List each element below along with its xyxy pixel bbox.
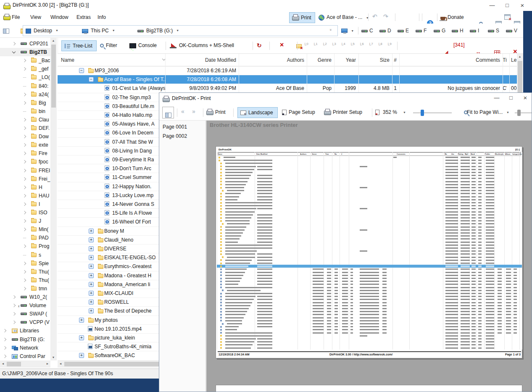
minimize-button[interactable]: — xyxy=(485,0,500,11)
column-header-title[interactable]: Title xyxy=(503,54,507,66)
fit-mode-value[interactable]: Fit to Page Wi... xyxy=(467,109,503,115)
page-list: Page 0001Page 0002 xyxy=(159,121,206,392)
profile-dropdown[interactable]: Ace of Base - ... ▼ xyxy=(319,12,366,23)
tree-depth-7[interactable]: └7 xyxy=(366,42,375,47)
print-button[interactable]: Print xyxy=(206,107,226,118)
close-all-windows-icon[interactable] xyxy=(504,14,511,20)
mini-text-bar xyxy=(445,214,458,216)
tree-item-big2tb[interactable]: Big2TB xyxy=(0,48,50,56)
drive-button-s[interactable]: S xyxy=(488,26,499,36)
page-thumb-1[interactable]: Page 0001 xyxy=(163,123,187,131)
fit-slider-thumb[interactable] xyxy=(517,110,521,116)
print-close-button[interactable]: × xyxy=(519,92,532,103)
breadcrumb-desktop[interactable]: Desktop▼ xyxy=(26,26,58,36)
table-row[interactable]: MP3_20067/28/2018 6:26:19 AM xyxy=(58,66,517,75)
drive-button-e[interactable]: E xyxy=(398,26,409,36)
close-button[interactable]: × xyxy=(515,0,530,11)
drive-button-g[interactable]: G xyxy=(434,26,445,36)
maximize-button[interactable]: □ xyxy=(500,0,515,11)
fit-chevron-icon[interactable]: ▼ xyxy=(506,111,509,114)
tree-depth-8[interactable]: └8 xyxy=(376,42,384,47)
menu-window[interactable]: Window xyxy=(50,11,69,24)
forward-history-icon[interactable]: ↷ xyxy=(383,13,388,20)
landscape-button[interactable]: Landscape xyxy=(237,107,278,118)
menu-file[interactable]: File xyxy=(11,11,21,24)
tree-depth-3[interactable]: └3 xyxy=(329,42,338,47)
menu-view[interactable]: View xyxy=(29,11,42,24)
mini-text-bar xyxy=(478,278,482,279)
back-history-icon[interactable]: ↶ xyxy=(372,13,377,20)
computer-dropdown[interactable]: ▼ xyxy=(341,25,354,36)
mini-text-bar xyxy=(445,299,458,300)
drive-button-c[interactable]: C xyxy=(361,26,373,36)
refresh-icon[interactable] xyxy=(257,42,262,48)
breadcrumb-big2tb-g-[interactable]: Big2TB (G:)▼ xyxy=(137,26,179,36)
print-dialog-titlebar[interactable]: DirPrintOK - Print — □ × xyxy=(159,93,532,105)
print-minimize-button[interactable]: — xyxy=(490,92,503,103)
zoom-value[interactable]: 352 % xyxy=(383,109,397,115)
breadcrumb-this-pc[interactable]: This PC▼ xyxy=(82,26,115,36)
tree-hscrollbar[interactable]: ◄ ► xyxy=(0,360,50,368)
drive-button-f[interactable]: F xyxy=(416,26,427,36)
zoom-slider[interactable] xyxy=(413,112,452,113)
menu-extras[interactable]: Extras xyxy=(76,11,92,24)
column-header-name[interactable]: Name xyxy=(61,54,163,66)
printer-setup-button[interactable]: Printer Setup xyxy=(324,107,362,118)
column-header-size[interactable]: Size xyxy=(358,54,390,66)
tree-depth-5[interactable]: └5 xyxy=(348,42,356,47)
tree-depth-6[interactable]: └6 xyxy=(357,42,366,47)
mini-track-icon xyxy=(220,332,222,334)
next-page-icon[interactable]: » xyxy=(192,108,195,115)
tree-list-button[interactable]: Tree-List xyxy=(61,40,97,51)
tree-depth-4[interactable]: └4 xyxy=(339,42,347,47)
column-header-genre[interactable]: Genre xyxy=(307,54,332,66)
mini-text-bar xyxy=(382,317,387,318)
drive-button-i[interactable]: I xyxy=(470,26,479,36)
mini-folder-icon xyxy=(220,211,222,213)
ok-columns-button[interactable]: OK-Columns + MS-Shell xyxy=(170,40,234,51)
column-header-year[interactable]: Year xyxy=(334,54,356,66)
column-header-date-modified[interactable]: Date Modified xyxy=(165,54,236,66)
mini-text-bar xyxy=(225,169,254,170)
mini-text-bar xyxy=(471,281,476,282)
clear-icon[interactable] xyxy=(280,42,284,48)
filter-button[interactable]: Filter xyxy=(100,40,117,51)
donate-button[interactable]: Donate xyxy=(440,12,464,23)
fit-slider[interactable] xyxy=(515,112,532,113)
preview-panes-button[interactable] xyxy=(162,107,174,118)
drive-button-d[interactable]: D xyxy=(379,26,391,36)
table-row[interactable]: 01-C'est La Vie (Always ...9/8/2003 9:49… xyxy=(58,84,517,93)
drive-button-h[interactable]: H xyxy=(452,26,464,36)
console-button[interactable]: Console xyxy=(129,40,157,51)
mini-track-icon xyxy=(220,271,222,273)
main-titlebar[interactable]: DirPrintOK 3.00 [2] - [Big2TB (G:)] — □ … xyxy=(0,0,532,11)
tree-depth-2[interactable]: └2 xyxy=(320,42,329,47)
previous-page-icon[interactable]: « xyxy=(181,108,184,115)
page-setup-button[interactable]: Page Setup xyxy=(282,107,315,118)
mini-row xyxy=(217,298,522,301)
print-maximize-button[interactable]: □ xyxy=(505,92,517,103)
breadcrumb-overflow-icon[interactable]: » xyxy=(329,29,333,31)
tree-depth-0[interactable]: └0 xyxy=(302,42,310,47)
zoom-chevron-icon[interactable]: ▼ xyxy=(403,111,406,114)
tree-item--bac[interactable]: _Bac xyxy=(0,56,50,65)
folder-icon xyxy=(98,309,103,313)
column-header--[interactable]: # xyxy=(392,54,397,66)
quick-print-button[interactable]: Print xyxy=(289,12,315,23)
column-header-le[interactable]: Le xyxy=(511,54,517,66)
menu-info[interactable]: Info xyxy=(97,11,107,24)
column-header-comments[interactable]: Comments xyxy=(399,54,500,66)
column-header-authors[interactable]: Authors xyxy=(239,54,304,66)
tree-depth-1[interactable]: └1 xyxy=(311,42,319,47)
panel-layout-icon[interactable] xyxy=(3,29,9,34)
zoom-slider-thumb[interactable] xyxy=(421,110,424,116)
page-thumb-2[interactable]: Page 0002 xyxy=(163,132,187,140)
tree-depth-9[interactable]: └9 xyxy=(385,42,393,47)
drive-button-v[interactable]: V xyxy=(506,26,517,36)
mini-text-bar xyxy=(498,290,502,291)
mini-text-bar xyxy=(445,275,458,276)
tree-item-cpp201[interactable]: CPP201 xyxy=(0,39,50,48)
table-row[interactable]: Ace of Base - Singles Of T...7/28/2018 6… xyxy=(58,75,517,84)
mini-folder-icon xyxy=(219,157,220,158)
mini-text-bar xyxy=(506,296,511,297)
